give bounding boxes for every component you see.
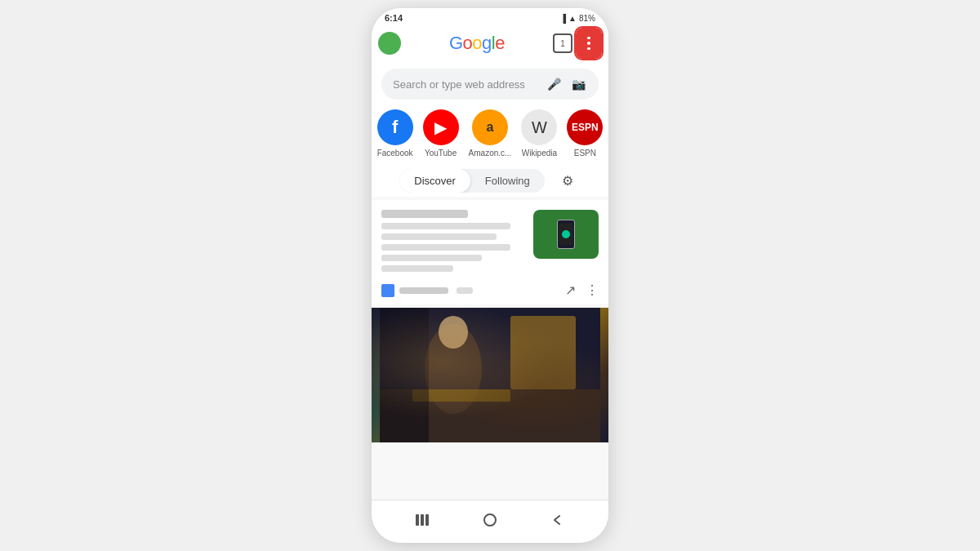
shortcut-espn[interactable]: ESPN ESPN xyxy=(567,109,603,158)
shortcut-youtube[interactable]: ▶ YouTube xyxy=(423,109,459,158)
article-title-blur-1 xyxy=(381,210,468,218)
article-body-line-5 xyxy=(381,265,453,272)
wifi-icon: ▲ xyxy=(568,14,577,23)
youtube-icon: ▶ xyxy=(423,109,459,145)
article-thumbnail-1 xyxy=(533,210,599,259)
article-body-line-4 xyxy=(381,255,482,261)
header-icons: 1 xyxy=(553,28,602,59)
back-icon xyxy=(550,513,565,527)
article-content-1 xyxy=(381,210,599,276)
shortcut-amazon[interactable]: a Amazon.c... xyxy=(469,109,512,158)
facebook-label: Facebook xyxy=(377,149,413,158)
camera-search-button[interactable]: 📷 xyxy=(569,75,587,93)
phone-thumbnail xyxy=(557,220,575,249)
svg-rect-7 xyxy=(416,514,419,526)
feed-settings-button[interactable]: ⚙ xyxy=(555,167,581,193)
shortcut-wikipedia[interactable]: W Wikipedia xyxy=(521,109,557,158)
espn-icon: ESPN xyxy=(567,109,603,145)
status-time: 6:14 xyxy=(385,13,403,23)
painting-overlay xyxy=(372,308,608,442)
article-text-1 xyxy=(381,210,525,276)
article-body-line-1 xyxy=(381,223,510,229)
search-bar-container: Search or type web address 🎤 📷 xyxy=(372,62,608,106)
google-logo: Google xyxy=(449,33,505,54)
shortcut-facebook[interactable]: f Facebook xyxy=(377,109,413,158)
article-card-1: ↗ ⋮ xyxy=(372,200,608,304)
recents-icon xyxy=(415,513,430,527)
content-tabs-row: Discover Following ⚙ xyxy=(372,164,608,197)
article-meta-1: ↗ ⋮ xyxy=(381,276,599,298)
content-feed: ↗ ⋮ xyxy=(372,197,608,500)
wikipedia-icon: W xyxy=(521,109,557,145)
phone-screen-thumbnail xyxy=(559,224,572,245)
avatar[interactable] xyxy=(378,32,401,55)
youtube-label: YouTube xyxy=(425,149,457,158)
signal-icon: ▐ xyxy=(560,14,566,23)
three-dots-icon xyxy=(587,37,590,51)
battery-text: 81% xyxy=(579,14,595,23)
article-body-line-2 xyxy=(381,233,497,240)
svg-point-10 xyxy=(484,514,496,526)
amazon-icon: a xyxy=(472,109,508,145)
source-favicon-1 xyxy=(381,284,394,297)
article-full-image xyxy=(372,308,608,442)
wikipedia-label: Wikipedia xyxy=(522,149,557,158)
home-button[interactable] xyxy=(475,509,505,531)
svg-rect-8 xyxy=(421,514,424,526)
facebook-icon: f xyxy=(377,109,413,145)
voice-search-button[interactable]: 🎤 xyxy=(545,75,563,93)
amazon-label: Amazon.c... xyxy=(469,149,512,158)
app-logo-thumbnail xyxy=(562,230,570,238)
bottom-nav xyxy=(372,500,608,543)
article-body-line-3 xyxy=(381,244,510,251)
svg-rect-9 xyxy=(425,514,429,526)
more-options-button-1[interactable]: ⋮ xyxy=(586,282,599,298)
following-tab[interactable]: Following xyxy=(470,169,545,193)
status-icons: ▐ ▲ 81% xyxy=(560,14,595,23)
three-dot-menu-button[interactable] xyxy=(576,28,602,59)
article-card-2[interactable] xyxy=(372,308,608,442)
tab-switcher-button[interactable]: 1 xyxy=(553,33,572,53)
meta-time-blur-1 xyxy=(457,287,473,294)
status-bar: 6:14 ▐ ▲ 81% xyxy=(372,8,608,24)
share-button-1[interactable]: ↗ xyxy=(565,282,576,298)
tabs-container: Discover Following xyxy=(399,169,545,193)
search-icons: 🎤 📷 xyxy=(545,75,587,93)
article-source-1 xyxy=(381,284,473,297)
source-name-blur-1 xyxy=(399,287,448,294)
back-button[interactable] xyxy=(543,509,572,531)
google-g: G xyxy=(449,33,463,54)
home-icon xyxy=(483,513,497,527)
browser-header: Google 1 xyxy=(372,24,608,62)
recents-button[interactable] xyxy=(408,509,437,531)
search-bar[interactable]: Search or type web address 🎤 📷 xyxy=(381,69,599,100)
espn-label: ESPN xyxy=(574,149,596,158)
phone-frame: 6:14 ▐ ▲ 81% Google 1 xyxy=(372,8,608,543)
shortcuts-row: f Facebook ▶ YouTube a Amazon.c... W Wik… xyxy=(372,106,608,164)
discover-tab[interactable]: Discover xyxy=(399,169,470,193)
search-placeholder: Search or type web address xyxy=(393,78,545,91)
article-actions-1: ↗ ⋮ xyxy=(565,282,599,298)
